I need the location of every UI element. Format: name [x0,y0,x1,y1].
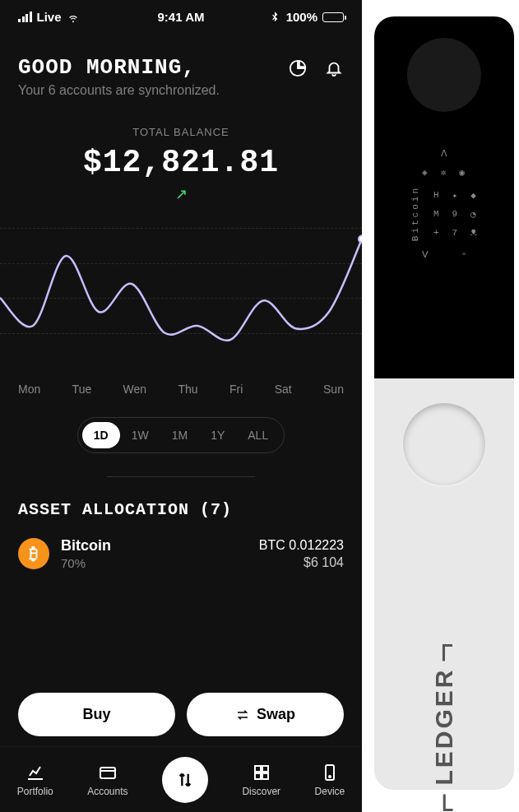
bell-icon[interactable] [324,58,344,78]
chevron-up-icon: ᐱ [441,148,447,159]
x-axis-labels: MonTueWenThuFriSatSun [0,368,362,396]
nav-device[interactable]: Device [315,763,345,797]
svg-rect-2 [262,766,268,772]
svg-rect-0 [100,768,115,778]
device-bottom: ⌐ LEDGER ¬ [374,378,514,790]
allocation-title: ASSET ALLOCATION (7) [18,500,344,519]
nav-accounts[interactable]: Accounts [87,763,127,797]
greeting-title: GOOD MORNING, [18,55,220,80]
bottom-nav: Portfolio Accounts Discover Device [0,746,362,812]
wallet-icon [98,763,118,782]
chevron-down-icon: ᐯ [422,249,429,260]
header: GOOD MORNING, Your 6 accounts are synchr… [0,30,362,106]
balance-amount: $12,821.81 [0,145,362,180]
range-pill-1w[interactable]: 1W [120,422,160,448]
x-tick: Tue [72,383,92,396]
balance-label: TOTAL BALANCE [0,126,362,138]
svg-rect-1 [255,766,261,772]
nav-transfer-button[interactable] [162,757,208,803]
x-tick: Mon [18,383,40,396]
bitcoin-icon: ₿ [18,538,49,569]
x-tick: Fri [229,383,243,396]
swap-label: Swap [257,706,295,723]
buy-button[interactable]: Buy [18,693,175,736]
nav-portfolio[interactable]: Portfolio [17,763,53,797]
greeting-subtitle: Your 6 accounts are synchronized. [18,83,220,98]
device-top-button [407,38,481,112]
chart: MonTueWenThuFriSatSun [0,211,362,396]
device-brand-text: LEDGER [430,667,458,785]
chart-endpoint-dot [359,236,362,243]
arrows-up-down-icon [176,771,194,789]
bluetooth-icon [268,11,281,24]
svg-rect-3 [255,773,261,779]
device-ring-button [403,403,485,485]
x-tick: Thu [178,383,197,396]
svg-rect-4 [262,773,268,779]
range-selector: 1D1W1M1YALL [77,417,285,453]
nav-label: Portfolio [17,786,53,797]
range-pill-1y[interactable]: 1Y [199,422,236,448]
ledger-device: ᐱ ◈✲◉ Bitcoin H✦◆ M9◔ +7ᴥ ᐯ▫ ⌐ LEDGER ¬ [374,16,514,790]
asset-name: Bitcoin [61,537,111,554]
status-bar: Live 9:41 AM 100% [0,0,362,30]
device-brand: ⌐ LEDGER ¬ [430,640,458,812]
grid-icon [252,763,271,782]
x-tick: Wen [123,383,147,396]
swap-icon [235,708,250,722]
nav-label: Device [315,786,345,797]
chart-line-icon [25,763,45,782]
wifi-icon [67,11,80,24]
trend-up-icon: ↗ [0,185,362,203]
range-pill-all[interactable]: ALL [236,422,280,448]
carrier-label: Live [37,10,62,24]
signal-icon [18,12,32,22]
asset-value: $6 104 [259,555,344,570]
swap-button[interactable]: Swap [187,693,344,736]
chart-line [0,239,362,341]
battery-icon [322,12,344,22]
pie-chart-icon[interactable] [288,58,308,78]
device-screen: ᐱ ◈✲◉ Bitcoin H✦◆ M9◔ +7ᴥ ᐯ▫ [395,148,494,260]
balance-block: TOTAL BALANCE $12,821.81 ↗ [0,106,362,211]
clock: 9:41 AM [158,10,205,24]
range-pill-1d[interactable]: 1D [82,422,120,448]
battery-pct: 100% [286,10,317,24]
asset-row[interactable]: ₿ Bitcoin 70% BTC 0.012223 $6 104 [18,537,344,570]
svg-point-6 [329,776,331,777]
x-tick: Sun [323,383,344,396]
buy-label: Buy [82,706,110,723]
nav-discover[interactable]: Discover [242,763,280,797]
action-buttons: Buy Swap [0,693,362,736]
nav-label: Accounts [87,786,127,797]
asset-pct: 70% [61,556,111,570]
nav-label: Discover [242,786,280,797]
device-screen-label: Bitcoin [410,186,420,241]
phone-frame: Live 9:41 AM 100% GOOD MORNING, Your 6 a… [0,0,362,812]
device-top: ᐱ ◈✲◉ Bitcoin H✦◆ M9◔ +7ᴥ ᐯ▫ [374,16,514,378]
device-icon [320,763,340,782]
range-pill-1m[interactable]: 1M [160,422,199,448]
x-tick: Sat [275,383,292,396]
asset-amount: BTC 0.012223 [259,538,344,553]
allocation-section: ASSET ALLOCATION (7) ₿ Bitcoin 70% BTC 0… [0,477,362,578]
